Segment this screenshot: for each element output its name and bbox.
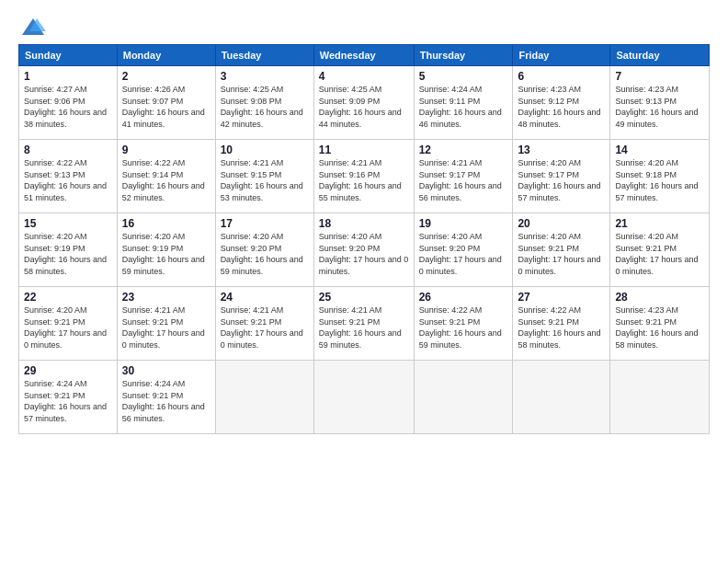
day-number: 2 <box>122 70 210 83</box>
day-number: 9 <box>122 144 210 156</box>
calendar-cell: 30 Sunrise: 4:24 AMSunset: 9:21 PMDaylig… <box>117 361 215 434</box>
day-number: 20 <box>518 217 605 230</box>
weekday-header-thursday: Thursday <box>414 45 513 66</box>
calendar-cell: 11 Sunrise: 4:21 AMSunset: 9:16 PMDaylig… <box>313 140 414 213</box>
day-info: Sunrise: 4:25 AMSunset: 9:08 PMDaylight:… <box>221 85 303 129</box>
calendar-cell: 7 Sunrise: 4:23 AMSunset: 9:13 PMDayligh… <box>610 66 710 140</box>
weekday-header-sunday: Sunday <box>19 45 118 66</box>
day-info: Sunrise: 4:26 AMSunset: 9:07 PMDaylight:… <box>122 85 205 129</box>
day-info: Sunrise: 4:21 AMSunset: 9:21 PMDaylight:… <box>319 305 402 350</box>
day-info: Sunrise: 4:25 AMSunset: 9:09 PMDaylight:… <box>319 85 402 129</box>
day-info: Sunrise: 4:21 AMSunset: 9:15 PMDaylight:… <box>221 158 303 202</box>
day-number: 3 <box>221 70 309 83</box>
day-number: 29 <box>24 364 112 377</box>
calendar-cell <box>610 361 710 434</box>
day-number: 25 <box>319 291 409 304</box>
day-info: Sunrise: 4:22 AMSunset: 9:13 PMDaylight:… <box>24 158 107 202</box>
day-number: 7 <box>615 70 704 83</box>
day-info: Sunrise: 4:24 AMSunset: 9:21 PMDaylight:… <box>122 379 205 423</box>
day-number: 5 <box>419 70 508 83</box>
calendar-cell: 13 Sunrise: 4:20 AMSunset: 9:17 PMDaylig… <box>513 140 610 213</box>
day-info: Sunrise: 4:20 AMSunset: 9:17 PMDaylight:… <box>518 158 600 202</box>
calendar-cell: 5 Sunrise: 4:24 AMSunset: 9:11 PMDayligh… <box>414 66 513 140</box>
calendar-cell: 20 Sunrise: 4:20 AMSunset: 9:21 PMDaylig… <box>513 213 610 287</box>
calendar-cell: 3 Sunrise: 4:25 AMSunset: 9:08 PMDayligh… <box>215 66 313 140</box>
calendar-cell: 22 Sunrise: 4:20 AMSunset: 9:21 PMDaylig… <box>19 287 118 361</box>
day-number: 4 <box>319 70 409 83</box>
calendar-cell: 15 Sunrise: 4:20 AMSunset: 9:19 PMDaylig… <box>19 213 118 287</box>
day-number: 6 <box>518 70 605 83</box>
calendar-week-4: 22 Sunrise: 4:20 AMSunset: 9:21 PMDaylig… <box>19 287 710 361</box>
day-number: 10 <box>221 144 309 156</box>
day-number: 8 <box>24 144 112 156</box>
calendar-cell: 19 Sunrise: 4:20 AMSunset: 9:20 PMDaylig… <box>414 213 513 287</box>
day-info: Sunrise: 4:20 AMSunset: 9:18 PMDaylight:… <box>615 158 698 202</box>
calendar-cell: 28 Sunrise: 4:23 AMSunset: 9:21 PMDaylig… <box>610 287 710 361</box>
day-info: Sunrise: 4:20 AMSunset: 9:19 PMDaylight:… <box>122 232 205 276</box>
calendar-cell <box>414 361 513 434</box>
day-number: 21 <box>615 217 704 230</box>
day-number: 14 <box>615 144 704 156</box>
calendar-cell: 12 Sunrise: 4:21 AMSunset: 9:17 PMDaylig… <box>414 140 513 213</box>
day-info: Sunrise: 4:20 AMSunset: 9:20 PMDaylight:… <box>221 232 303 276</box>
weekday-header-saturday: Saturday <box>610 45 710 66</box>
day-info: Sunrise: 4:24 AMSunset: 9:11 PMDaylight:… <box>419 85 502 129</box>
day-info: Sunrise: 4:21 AMSunset: 9:21 PMDaylight:… <box>122 305 205 350</box>
day-info: Sunrise: 4:21 AMSunset: 9:17 PMDaylight:… <box>419 158 502 202</box>
day-info: Sunrise: 4:22 AMSunset: 9:21 PMDaylight:… <box>419 305 502 350</box>
calendar-cell: 21 Sunrise: 4:20 AMSunset: 9:21 PMDaylig… <box>610 213 710 287</box>
day-number: 17 <box>221 217 309 230</box>
day-number: 22 <box>24 291 112 304</box>
calendar-week-2: 8 Sunrise: 4:22 AMSunset: 9:13 PMDayligh… <box>19 140 710 213</box>
calendar-cell: 2 Sunrise: 4:26 AMSunset: 9:07 PMDayligh… <box>117 66 215 140</box>
day-number: 13 <box>518 144 605 156</box>
day-number: 18 <box>319 217 409 230</box>
calendar-week-3: 15 Sunrise: 4:20 AMSunset: 9:19 PMDaylig… <box>19 213 710 287</box>
calendar-cell <box>313 361 414 434</box>
day-info: Sunrise: 4:20 AMSunset: 9:21 PMDaylight:… <box>615 232 698 276</box>
day-info: Sunrise: 4:22 AMSunset: 9:14 PMDaylight:… <box>122 158 205 202</box>
day-number: 27 <box>518 291 605 304</box>
calendar-cell: 14 Sunrise: 4:20 AMSunset: 9:18 PMDaylig… <box>610 140 710 213</box>
day-info: Sunrise: 4:20 AMSunset: 9:20 PMDaylight:… <box>419 232 502 276</box>
day-number: 1 <box>24 70 112 83</box>
calendar-cell: 8 Sunrise: 4:22 AMSunset: 9:13 PMDayligh… <box>19 140 118 213</box>
calendar-cell: 25 Sunrise: 4:21 AMSunset: 9:21 PMDaylig… <box>313 287 414 361</box>
calendar-cell <box>513 361 610 434</box>
day-info: Sunrise: 4:23 AMSunset: 9:21 PMDaylight:… <box>615 305 698 350</box>
weekday-header-friday: Friday <box>513 45 610 66</box>
calendar-cell: 10 Sunrise: 4:21 AMSunset: 9:15 PMDaylig… <box>215 140 313 213</box>
page: SundayMondayTuesdayWednesdayThursdayFrid… <box>0 0 728 563</box>
day-info: Sunrise: 4:21 AMSunset: 9:16 PMDaylight:… <box>319 158 402 202</box>
calendar-cell: 17 Sunrise: 4:20 AMSunset: 9:20 PMDaylig… <box>215 213 313 287</box>
day-info: Sunrise: 4:24 AMSunset: 9:21 PMDaylight:… <box>24 379 107 423</box>
calendar-week-5: 29 Sunrise: 4:24 AMSunset: 9:21 PMDaylig… <box>19 361 710 434</box>
day-info: Sunrise: 4:20 AMSunset: 9:19 PMDaylight:… <box>24 232 107 276</box>
calendar-cell: 26 Sunrise: 4:22 AMSunset: 9:21 PMDaylig… <box>414 287 513 361</box>
day-number: 12 <box>419 144 508 156</box>
day-info: Sunrise: 4:21 AMSunset: 9:21 PMDaylight:… <box>221 305 303 350</box>
day-number: 15 <box>24 217 112 230</box>
calendar-cell: 24 Sunrise: 4:21 AMSunset: 9:21 PMDaylig… <box>215 287 313 361</box>
calendar-cell <box>215 361 313 434</box>
weekday-header-tuesday: Tuesday <box>215 45 313 66</box>
calendar-cell: 23 Sunrise: 4:21 AMSunset: 9:21 PMDaylig… <box>117 287 215 361</box>
weekday-header-wednesday: Wednesday <box>313 45 414 66</box>
day-info: Sunrise: 4:23 AMSunset: 9:12 PMDaylight:… <box>518 85 600 129</box>
calendar-week-1: 1 Sunrise: 4:27 AMSunset: 9:06 PMDayligh… <box>19 66 710 140</box>
day-number: 24 <box>221 291 309 304</box>
weekday-header-row: SundayMondayTuesdayWednesdayThursdayFrid… <box>19 45 710 66</box>
logo <box>18 15 46 37</box>
logo-icon <box>20 15 46 40</box>
day-number: 19 <box>419 217 508 230</box>
weekday-header-monday: Monday <box>117 45 215 66</box>
calendar-cell: 6 Sunrise: 4:23 AMSunset: 9:12 PMDayligh… <box>513 66 610 140</box>
day-info: Sunrise: 4:22 AMSunset: 9:21 PMDaylight:… <box>518 305 600 350</box>
day-number: 11 <box>319 144 409 156</box>
day-number: 16 <box>122 217 210 230</box>
calendar-cell: 1 Sunrise: 4:27 AMSunset: 9:06 PMDayligh… <box>19 66 118 140</box>
day-info: Sunrise: 4:20 AMSunset: 9:20 PMDaylight:… <box>319 232 409 276</box>
calendar-cell: 4 Sunrise: 4:25 AMSunset: 9:09 PMDayligh… <box>313 66 414 140</box>
day-number: 30 <box>122 364 210 377</box>
header <box>18 15 710 37</box>
